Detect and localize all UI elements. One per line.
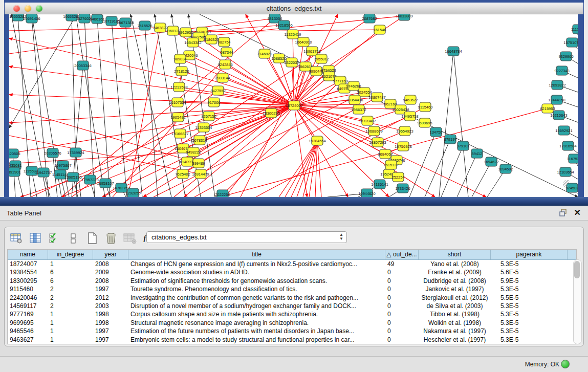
graph-node[interactable]: 16648784 [445,47,462,56]
graph-edge[interactable] [453,51,468,197]
graph-node[interactable]: 879197 [444,135,456,144]
graph-node[interactable]: 7515526 [137,21,152,30]
graph-node[interactable]: 10688609 [365,126,382,136]
table-row[interactable]: 2242004622012Investigating the contribut… [8,294,576,302]
table-row[interactable]: 977716911998Corpus callosum shape and si… [8,310,576,318]
table-row[interactable]: 946362711997Embryonic stem cells: a mode… [8,336,576,344]
graph-node[interactable]: 19654923 [396,126,413,136]
graph-node[interactable]: 2903144 [215,73,230,82]
column-header[interactable]: title [128,250,385,259]
graph-node[interactable]: 1615132 [383,160,398,169]
graph-node[interactable]: 14136141 [371,180,388,189]
graph-edge[interactable] [9,95,294,105]
new-document-icon[interactable] [85,232,99,245]
graph-edge[interactable] [441,146,463,197]
graph-node[interactable]: 17359924 [67,148,84,157]
table-row[interactable]: 1938455462009Genome-wide association stu… [8,268,576,276]
graph-node[interactable]: 8186323 [204,35,219,44]
row-checklist-icon[interactable] [48,232,61,245]
graph-node[interactable]: 982754 [217,37,230,47]
graph-node[interactable]: 5678314 [192,136,207,145]
graph-node[interactable]: 9498222 [186,147,201,157]
graph-node[interactable]: 587344 [220,48,233,57]
network-window-titlebar[interactable]: citations_edges.txt [4,3,584,14]
table-scrollbar[interactable] [573,259,582,344]
graph-node[interactable]: 1167530 [567,154,578,163]
graph-edge[interactable] [97,19,110,197]
graph-node[interactable]: 252254 [391,172,404,182]
graph-node[interactable]: 19384554 [309,136,325,145]
graph-edge[interactable] [409,132,436,197]
graph-edge[interactable] [199,37,294,105]
column-header[interactable]: short [419,250,491,259]
graph-edge[interactable] [130,14,171,197]
float-panel-icon[interactable] [559,209,568,216]
table-row[interactable]: 1830029562008Estimation of significance … [8,277,576,285]
table-scrollbar-thumb[interactable] [574,261,580,278]
graph-edge[interactable] [285,141,317,197]
graph-node[interactable]: 19756928 [395,142,411,151]
table-settings-icon[interactable] [10,232,23,245]
table-row[interactable]: 1872400712008Changes of HCN gene express… [8,260,576,268]
graph-node[interactable]: 9684067 [378,149,393,159]
column-header[interactable]: △ out_de... [385,250,419,259]
graph-node[interactable]: 1733426 [395,184,410,193]
graph-node[interactable]: 12444150 [548,95,565,104]
column-header[interactable]: name [8,250,48,259]
graph-edge[interactable] [9,14,77,128]
graph-node[interactable]: 1292050 [125,188,140,197]
row-pair-icon[interactable] [67,232,80,245]
graph-node[interactable]: 9699695 [417,118,432,127]
graph-node[interactable]: 899489 [192,159,205,168]
graph-edge[interactable] [439,51,453,197]
graph-node[interactable]: 17957223 [81,175,98,184]
graph-node[interactable]: 1905492 [170,113,185,122]
graph-node[interactable]: 6466161 [90,14,104,24]
graph-edge[interactable] [9,28,160,31]
graph-node[interactable]: 16958107 [97,179,114,188]
graph-node[interactable]: 8427552 [210,86,225,95]
graph-node[interactable]: 7986372 [351,105,366,114]
table-column-icon[interactable] [29,232,42,245]
table-panel-header[interactable]: Table Panel ✕ [0,206,588,221]
graph-edge[interactable] [9,105,294,154]
graph-edge[interactable] [294,105,348,197]
table-selector-dropdown[interactable]: citations_edges.txt ▲▼ [146,231,347,243]
graph-node[interactable]: 8215953 [540,104,555,113]
column-header[interactable]: year [93,250,128,259]
graph-edge[interactable] [317,141,321,197]
graph-node[interactable]: 2022250 [215,190,230,197]
graph-node[interactable]: 9115460 [418,102,433,112]
graph-edge[interactable] [9,152,193,164]
graph-node[interactable]: 391901 [9,167,21,177]
graph-node[interactable]: 7625402 [175,169,190,179]
graph-node[interactable]: 9463627 [403,95,418,104]
table-row[interactable]: 969969511998Structural magnetic resonanc… [8,319,576,327]
graph-edge[interactable] [294,76,329,105]
graph-node[interactable]: 134756 [429,127,442,137]
graph-node[interactable]: 5322037 [284,58,299,67]
graph-node[interactable]: 12093822 [549,80,565,90]
graph-node[interactable]: 20691406 [23,14,40,23]
window-resize-grip[interactable] [563,180,570,187]
graph-node[interactable]: 379101 [456,141,469,150]
graph-node[interactable]: 2087682 [362,14,377,23]
graph-edge[interactable] [76,14,105,197]
graph-node[interactable]: 917006 [207,98,220,107]
graph-node[interactable]: 989034 [173,54,186,63]
memory-status-icon[interactable] [561,360,570,368]
graph-node[interactable]: 1117254 [571,25,578,34]
graph-edge[interactable] [180,59,294,105]
graph-node[interactable]: 1694622 [484,157,498,166]
graph-node[interactable]: 161546 [373,25,386,34]
network-view[interactable]: 1872400771468211588520532203715626159990… [9,14,578,197]
graph-node[interactable]: 16107554 [169,98,186,107]
graph-node[interactable]: 17016504 [559,141,576,150]
graph-node[interactable]: 11353554 [195,123,212,132]
graph-node[interactable]: 7955812 [314,54,329,63]
table-row[interactable]: 946554611997Estimation of the future num… [8,327,576,335]
graph-edge[interactable] [61,18,275,197]
graph-node[interactable]: 7146821 [257,49,272,58]
column-header[interactable]: in_degree [48,250,93,259]
column-header[interactable]: pagerank [491,250,568,259]
